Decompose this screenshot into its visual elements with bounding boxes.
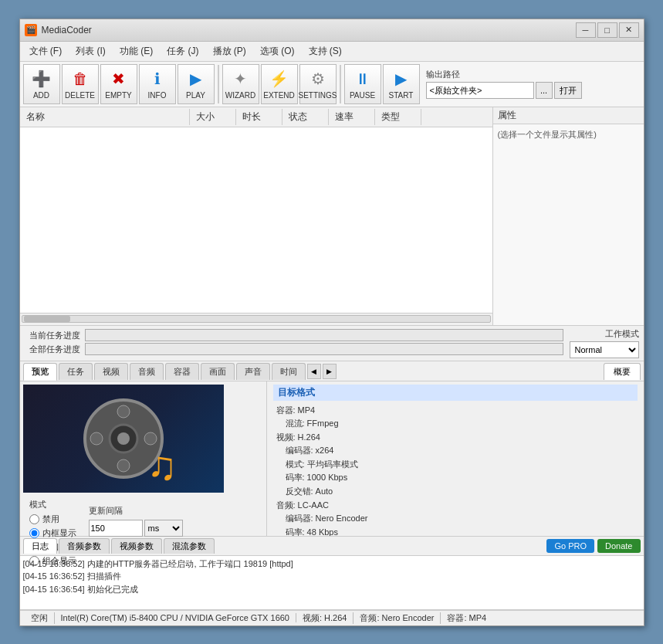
tab-video[interactable]: 视频 (94, 363, 128, 380)
preview-panel: ♫ 模式 禁用 内框显示 (20, 381, 267, 536)
mode-disabled-row: 禁用 (29, 514, 76, 525)
status-audio: 音频: Nero Encoder (353, 612, 441, 624)
delete-button[interactable]: 🗑 DELETE (62, 64, 99, 104)
open-button[interactable]: 打开 (554, 82, 582, 99)
work-mode-label: 工作模式 (605, 328, 639, 340)
status-cpu: Intel(R) Core(TM) i5-8400 CPU / NVIDIA G… (55, 613, 296, 622)
log-tabs: 日志 音频参数 视频参数 混流参数 Go PRO Donate (20, 536, 644, 556)
scrollbar-thumb[interactable] (24, 316, 70, 322)
log-line-3: [04-15 16:36:54] 初始化已完成 (23, 583, 641, 596)
empty-icon: ✖ (108, 68, 130, 90)
pause-button[interactable]: ⏸ PAUSE (344, 64, 381, 104)
menu-list[interactable]: 列表 (I) (69, 43, 112, 59)
col-duration: 时长 (236, 109, 282, 125)
close-button[interactable]: ✕ (619, 22, 639, 38)
go-pro-button[interactable]: Go PRO (546, 539, 594, 553)
pause-icon: ⏸ (352, 68, 374, 90)
add-label: ADD (33, 91, 49, 100)
info-button[interactable]: ℹ INFO (139, 64, 176, 104)
output-label: 输出路径 (426, 69, 582, 80)
menu-file[interactable]: 文件 (F) (23, 43, 69, 59)
progress-bars: 当前任务进度 全部任务进度 (25, 329, 563, 357)
wizard-icon: ✦ (230, 68, 252, 90)
col-rate: 速率 (329, 109, 375, 125)
play-icon: ▶ (185, 68, 207, 90)
log-tab-mux-params[interactable]: 混流参数 (164, 538, 215, 554)
tab-audio[interactable]: 音频 (130, 363, 164, 380)
add-button[interactable]: ➕ ADD (23, 64, 60, 104)
browse-button[interactable]: ... (536, 82, 553, 99)
tab-nav-prev[interactable]: ◀ (307, 364, 321, 379)
tab-sound[interactable]: 声音 (236, 363, 270, 380)
log-tab-audio-params[interactable]: 音频参数 (59, 538, 110, 554)
wizard-button[interactable]: ✦ WIZARD (222, 64, 259, 104)
properties-header: 属性 (493, 107, 644, 124)
interval-value-input[interactable] (89, 520, 143, 537)
log-tab-log[interactable]: 日志 (23, 538, 57, 554)
mode-disabled-radio[interactable] (29, 514, 39, 524)
svg-point-5 (90, 432, 103, 445)
log-area[interactable]: [04-15 16:36:52] 内建的HTTP服务器已经启动, 工作于端口 1… (20, 556, 644, 610)
tab-nav-next[interactable]: ▶ (323, 364, 337, 379)
main-content: 名称 大小 时长 状态 速率 类型 属性 (选择一个文件显示其属性) (20, 107, 644, 326)
tab-time[interactable]: 时间 (272, 363, 306, 380)
tab-task[interactable]: 任务 (59, 363, 93, 380)
log-line-2: [04-15 16:36:52] 扫描插件 (23, 570, 641, 583)
menu-options[interactable]: 选项 (O) (254, 43, 301, 59)
interval-unit-select[interactable]: ms (144, 520, 183, 537)
extend-icon: ⚡ (269, 68, 290, 90)
info-icon: ℹ (147, 68, 168, 90)
work-mode-select[interactable]: Normal Fast Slow (570, 341, 639, 358)
output-path-input[interactable] (426, 82, 534, 99)
menubar: 文件 (F) 列表 (I) 功能 (E) 任务 (J) 播放 (P) 选项 (O… (20, 42, 644, 62)
menu-task[interactable]: 任务 (J) (161, 43, 205, 59)
donate-button[interactable]: Donate (597, 539, 640, 553)
current-progress-label: 当前任务进度 (25, 330, 80, 341)
extend-label: EXTEND (263, 91, 295, 100)
work-mode-container: 工作模式 Normal Fast Slow (570, 328, 639, 358)
scrollbar-track[interactable] (22, 315, 491, 323)
overview-deinterlace: 反交错: Auto (273, 485, 638, 499)
maximize-button[interactable]: □ (597, 22, 617, 38)
titlebar: 🎬 MediaCoder ─ □ ✕ (20, 19, 644, 42)
main-window: 🎬 MediaCoder ─ □ ✕ 文件 (F) 列表 (I) 功能 (E) … (19, 19, 644, 626)
minimize-button[interactable]: ─ (576, 22, 596, 38)
settings-button[interactable]: ⚙ SETTINGS (299, 64, 337, 104)
start-button[interactable]: ▶ START (383, 64, 420, 104)
status-video: 视频: H.264 (296, 612, 353, 624)
menu-support[interactable]: 支持 (S) (303, 43, 348, 59)
overview-audio-encoder: 编码器: Nero Encoder (273, 512, 638, 526)
tab-overview[interactable]: 概要 (604, 363, 641, 380)
svg-point-4 (117, 459, 130, 472)
mode-disabled-label: 禁用 (42, 514, 59, 525)
play-button[interactable]: ▶ PLAY (178, 64, 215, 104)
tab-container[interactable]: 容器 (165, 363, 199, 380)
extend-button[interactable]: ⚡ EXTEND (261, 64, 298, 104)
file-list-header: 名称 大小 时长 状态 速率 类型 (20, 107, 492, 127)
log-tab-video-params[interactable]: 视频参数 (111, 538, 162, 554)
output-section: 输出路径 ... 打开 (426, 69, 582, 99)
file-list-scrollbar[interactable] (20, 313, 492, 325)
empty-button[interactable]: ✖ EMPTY (100, 64, 137, 104)
menu-play[interactable]: 播放 (P) (207, 43, 252, 59)
col-type: 类型 (375, 109, 421, 125)
menu-function[interactable]: 功能 (E) (113, 43, 159, 59)
file-list-body[interactable] (20, 127, 492, 313)
overview-audio-bitrate: 码率: 48 Kbps (273, 526, 638, 536)
window-controls: ─ □ ✕ (576, 22, 639, 38)
tab-picture[interactable]: 画面 (201, 363, 235, 380)
start-icon: ▶ (391, 68, 412, 90)
all-progress-row: 全部任务进度 (25, 343, 563, 355)
file-list-area: 名称 大小 时长 状态 速率 类型 (20, 107, 493, 325)
mode-inner-label: 内框显示 (42, 527, 76, 539)
mode-inner-radio[interactable] (29, 528, 39, 538)
overview-muxer: 混流: FFmpeg (273, 417, 638, 431)
delete-icon: 🗑 (69, 68, 91, 90)
properties-placeholder: (选择一个文件显示其属性) (498, 130, 597, 139)
mode-inner-row: 内框显示 (29, 527, 76, 539)
all-progress-label: 全部任务进度 (25, 344, 80, 355)
delete-label: DELETE (65, 91, 95, 100)
app-icon: 🎬 (25, 24, 37, 36)
tab-preview[interactable]: 预览 (23, 363, 57, 381)
log-line-1: [04-15 16:36:52] 内建的HTTP服务器已经启动, 工作于端口 1… (23, 558, 641, 571)
